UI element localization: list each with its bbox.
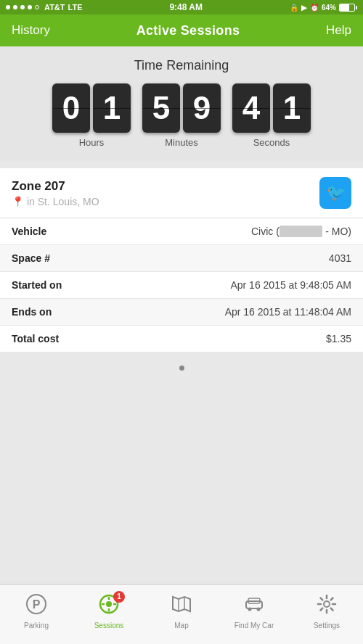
timer-heading: Time Remaining (15, 58, 348, 73)
ends-row: Ends on Apr 16 2015 at 11:48:04 AM (0, 299, 363, 326)
signal-dot-4 (28, 5, 32, 9)
network-label: LTE (68, 3, 83, 12)
parking-icon: P (26, 594, 46, 619)
nav-bar: History Active Sessions Help (0, 15, 363, 46)
tab-map[interactable]: Map (145, 585, 218, 644)
status-bar: AT&T LTE 9:48 AM 🔒 ▶ ⏰ 64% (0, 0, 363, 15)
zone-location: 📍 in St. Louis, MO (12, 196, 99, 207)
hours-digits: 0 1 (52, 83, 131, 133)
seconds-group: 4 1 Seconds (232, 83, 311, 148)
status-left: AT&T LTE (6, 3, 82, 12)
zone-info: Zone 207 📍 in St. Louis, MO (12, 179, 99, 207)
plate-redacted: ██████ (280, 226, 323, 237)
find-my-car-icon-wrap (244, 594, 264, 619)
cost-row: Total cost $1.35 (0, 326, 363, 352)
started-value: Apr 16 2015 at 9:48:05 AM (230, 279, 351, 291)
svg-point-3 (106, 601, 112, 607)
started-row: Started on Apr 16 2015 at 9:48:05 AM (0, 272, 363, 299)
alarm-icon: ⏰ (310, 4, 319, 12)
hour-digit-2: 1 (93, 83, 131, 133)
minutes-digits: 5 9 (142, 83, 221, 133)
lock-icon: 🔒 (290, 4, 298, 12)
battery-icon (339, 4, 357, 12)
svg-point-11 (324, 601, 330, 607)
minutes-group: 5 9 Minutes (142, 83, 221, 148)
minutes-label: Minutes (165, 137, 198, 148)
space-value: 4031 (329, 252, 351, 264)
ends-label: Ends on (12, 306, 84, 318)
cost-label: Total cost (12, 333, 84, 344)
tab-settings[interactable]: Settings (290, 585, 363, 644)
tab-settings-label: Settings (314, 622, 340, 629)
seconds-digits: 4 1 (232, 83, 311, 133)
help-button[interactable]: Help (326, 23, 351, 38)
location-icon: ▶ (301, 4, 307, 12)
hours-group: 0 1 Hours (52, 83, 131, 148)
twitter-bird-icon: 🐦 (326, 183, 346, 202)
sessions-badge: 1 (113, 591, 125, 603)
tab-find-my-car-label: Find My Car (234, 622, 274, 629)
parking-icon-wrap: P (26, 594, 46, 619)
sec-digit-1: 4 (232, 83, 270, 133)
location-pin-icon: 📍 (12, 196, 24, 207)
timer-display: 0 1 Hours 5 9 Minutes 4 1 (15, 83, 348, 148)
hours-label: Hours (79, 137, 105, 148)
settings-icon (317, 594, 337, 619)
svg-point-10 (257, 607, 261, 611)
tab-bar: P Parking 1 Sessions (0, 584, 363, 644)
hour-digit-1: 0 (52, 83, 90, 133)
tab-parking-label: Parking (24, 622, 49, 629)
zone-header: Zone 207 📍 in St. Louis, MO 🐦 (0, 168, 363, 218)
content-wrapper: Time Remaining 0 1 Hours 5 9 Minutes (0, 46, 363, 584)
space-row: Space # 4031 (0, 245, 363, 272)
signal-dot-5 (35, 5, 39, 9)
page-dot (179, 366, 184, 371)
map-icon-wrap (171, 594, 192, 619)
seconds-label: Seconds (253, 137, 290, 148)
zone-name: Zone 207 (12, 179, 99, 194)
space-label: Space # (12, 252, 84, 264)
svg-marker-4 (173, 597, 190, 611)
details-table: Vehicle Civic (██████ - MO) Space # 4031… (0, 218, 363, 352)
started-label: Started on (12, 279, 84, 291)
tab-map-label: Map (174, 622, 188, 629)
vehicle-label: Vehicle (12, 226, 84, 237)
signal-dot-1 (6, 5, 10, 9)
carrier-label: AT&T (44, 3, 65, 12)
vehicle-value: Civic (██████ - MO) (251, 226, 351, 237)
twitter-share-button[interactable]: 🐦 (319, 177, 351, 209)
status-right: 🔒 ▶ ⏰ 64% (290, 4, 357, 12)
map-icon (171, 594, 192, 619)
tab-sessions[interactable]: 1 Sessions (73, 585, 145, 644)
tab-parking[interactable]: P Parking (0, 585, 73, 644)
tab-find-my-car[interactable]: Find My Car (218, 585, 290, 644)
history-button[interactable]: History (12, 23, 50, 38)
sessions-icon-wrap: 1 (99, 594, 119, 619)
zone-location-text: in St. Louis, MO (27, 196, 99, 207)
nav-title: Active Sessions (136, 23, 240, 38)
status-time: 9:48 AM (169, 2, 203, 12)
info-section: Zone 207 📍 in St. Louis, MO 🐦 Vehicle Ci… (0, 168, 363, 352)
sec-digit-2: 1 (273, 83, 311, 133)
signal-dot-2 (13, 5, 17, 9)
timer-section: Time Remaining 0 1 Hours 5 9 Minutes (0, 46, 363, 161)
svg-point-9 (248, 607, 252, 611)
svg-text:P: P (33, 598, 41, 611)
cost-value: $1.35 (326, 333, 351, 344)
ends-value: Apr 16 2015 at 11:48:04 AM (225, 306, 351, 318)
tab-sessions-label: Sessions (94, 622, 124, 629)
settings-icon-wrap (317, 594, 337, 619)
min-digit-2: 9 (183, 83, 221, 133)
min-digit-1: 5 (142, 83, 180, 133)
vehicle-row: Vehicle Civic (██████ - MO) (0, 218, 363, 245)
page-indicator (0, 352, 363, 382)
battery-label: 64% (322, 4, 336, 12)
find-my-car-icon (244, 594, 264, 619)
signal-dot-3 (20, 5, 25, 9)
